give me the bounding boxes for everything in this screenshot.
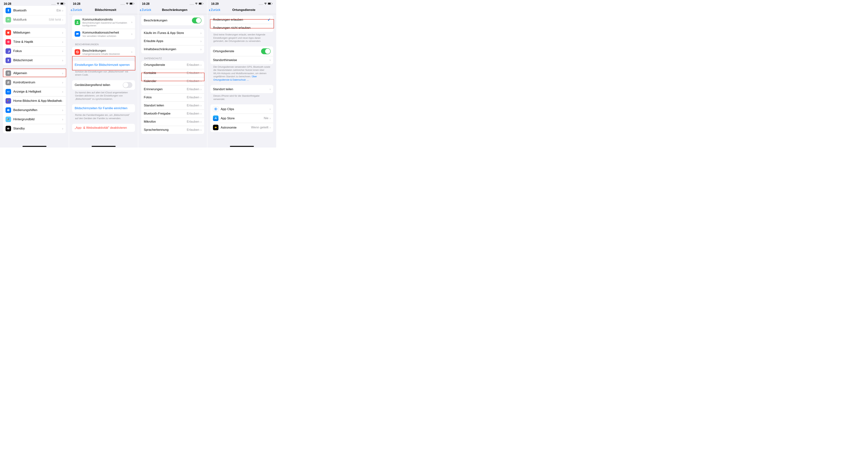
row-allgemein[interactable]: ⚙ Allgemein › [3,68,66,78]
row-label: Bluetooth-Freigabe [144,112,187,115]
row-astronomie[interactable]: Astronomie Wenn geteilt › [210,123,273,132]
row-ortung-toggle[interactable]: Ortungsdienste [210,47,273,56]
time: 16:29 [211,2,219,5]
chevron-right-icon: › [200,87,202,91]
svg-point-8 [9,83,9,83]
row-label: Beschränkungen [83,49,131,53]
row-kontrollzentrum[interactable]: Kontrollzentrum › [3,78,66,87]
row-anzeige[interactable]: AA Anzeige & Helligkeit › [3,87,66,96]
back-button[interactable]: ‹ Zurück [71,8,82,12]
row-toene[interactable]: Töne & Haptik › [3,37,66,47]
checkmark-icon: ✓ [268,18,271,22]
time: 16:28 [73,2,81,5]
toggle-location[interactable] [261,48,271,54]
chevron-right-icon: › [131,20,132,24]
row-label: Beschränkungen [144,19,192,22]
row-fokus[interactable]: Fokus › [3,47,66,56]
row-bluetooth-share[interactable]: Bluetooth-Freigabe Erlauben › [141,110,204,118]
speaker-icon [5,39,11,45]
svg-rect-28 [199,3,202,4]
row-sublabel: Unangemessene Inhalte blockieren [83,53,131,55]
row-deny-changes[interactable]: Änderungen nicht erlauben [210,24,273,32]
row-value: Wenn geteilt [251,126,269,129]
row-erlaubte-apps[interactable]: Erlaubte Apps › [141,37,204,45]
toggle-restrictions[interactable] [192,18,202,23]
row-appclips[interactable]: App Clips › [210,105,273,114]
wifi-icon [195,2,198,5]
row-inhalts[interactable]: Inhaltsbeschränkungen › [141,45,204,53]
row-bluetooth[interactable]: Bluetooth Ein › [3,6,66,15]
bluetooth-icon [5,8,11,13]
cellular-dots-icon: ..... [52,2,56,5]
row-family[interactable]: Bildschirmzeiten für Familie einrichten [72,104,135,112]
row-home[interactable]: Home-Bildschirm & App-Mediathek › [3,96,66,106]
row-label: Mobilfunk [13,18,49,22]
row-mitteilungen[interactable]: Mitteilungen › [3,28,66,37]
status-bar: 16:28 ..... [69,0,138,6]
row-allow-changes[interactable]: Änderungen erlauben ✓ [210,16,273,24]
chevron-right-icon: › [270,58,271,62]
row-beschraenkungen[interactable]: Beschränkungen Unangemessene Inhalte blo… [72,47,135,57]
row-share-across[interactable]: Geräteübergreifend teilen [72,80,135,90]
row-label: Geräteübergreifend teilen [75,83,123,87]
row-appstore[interactable]: App Store Nie › [210,114,273,123]
row-label: Astronomie [221,126,251,129]
back-button[interactable]: ‹ Zurück [209,8,220,12]
row-bildschirmzeit[interactable]: Bildschirmzeit › [3,56,66,65]
row-standort-teilen[interactable]: Standort teilen Erlauben › [141,101,204,110]
battery-icon [129,2,134,5]
footer-text: Richte die Familienfreigabe ein, um „Bil… [69,112,138,120]
row-sprach[interactable]: Spracherkennung Erlauben › [141,126,204,134]
svg-rect-31 [268,3,271,4]
apps-grid-icon [5,98,11,104]
row-mobilfunk[interactable]: Mobilfunk SIM fehlt › [3,15,66,24]
nav-title: Bildschirmzeit [82,8,129,12]
row-label: Erlaubte Apps [144,39,200,43]
footer-text: Du kannst dies auf allen bei iCloud ange… [69,90,138,101]
row-kaeufe[interactable]: Käufe im iTunes & App Store › [141,29,204,37]
row-label: App Clips [221,107,270,111]
row-hinweise[interactable]: Standorthinweise › [210,56,273,64]
row-hintergrund[interactable]: Hintergrundbild › [3,115,66,124]
row-kontakte[interactable]: Kontakte Erlauben › [141,69,204,77]
svg-rect-22 [134,3,134,4]
row-label: Fokus [13,49,62,53]
row-label: Ortungsdienste [213,49,261,53]
bubble-warning-icon: ! [75,31,80,37]
row-value: Erlauben [187,63,199,67]
row-label: App Store [221,116,264,120]
row-bedienung[interactable]: Bedienungshilfen › [3,106,66,115]
row-kalender[interactable]: Kalender Erlauben › [141,77,204,85]
chevron-left-icon: ‹ [209,8,210,12]
row-ortung[interactable]: Ortungsdienste Erlauben › [141,61,204,69]
svg-line-26 [77,51,78,53]
chevron-right-icon: › [200,120,202,124]
row-standby[interactable]: Standby › [3,124,66,133]
screen-beschraenkungen: 16:28 ..... ‹ Zurück Beschränkungen Besc… [138,0,208,148]
cellular-dots-icon: ..... [190,2,194,5]
svg-rect-34 [215,109,216,110]
row-value: SIM fehlt [49,18,61,22]
chevron-right-icon: › [200,39,202,43]
row-label: Standby [13,126,62,130]
row-lock-settings[interactable]: Einstellungen für Bildschirmzeit sperren [72,61,135,69]
toggle-share[interactable] [123,82,132,88]
back-button[interactable]: ‹ Zurück [140,8,151,12]
wallpaper-icon [5,117,11,122]
row-kommlimits[interactable]: Kommunikationslimits Beschränkungen basi… [72,16,135,29]
row-deactivate[interactable]: „App- & Websiteaktivität" deaktivieren [72,124,135,132]
chevron-right-icon: › [200,31,202,35]
nav-bar: ‹ Zurück Beschränkungen [138,6,207,14]
svg-rect-29 [203,3,204,4]
row-standort-teilen[interactable]: Standort teilen › [210,85,273,93]
row-erinn[interactable]: Erinnerungen Erlauben › [141,85,204,93]
chevron-right-icon: › [62,81,63,85]
row-besch-toggle[interactable]: Beschränkungen [141,16,204,25]
row-fotos[interactable]: Fotos Erlauben › [141,93,204,101]
chevron-right-icon: › [62,31,63,35]
cellular-dots-icon: ..... [121,2,125,5]
row-mikrofon[interactable]: Mikrofon Erlauben › [141,118,204,126]
row-kommsich[interactable]: ! Kommunikationssicherheit Vor sensiblen… [72,29,135,39]
row-label: Anzeige & Helligkeit [13,90,62,93]
home-indicator [92,146,116,147]
